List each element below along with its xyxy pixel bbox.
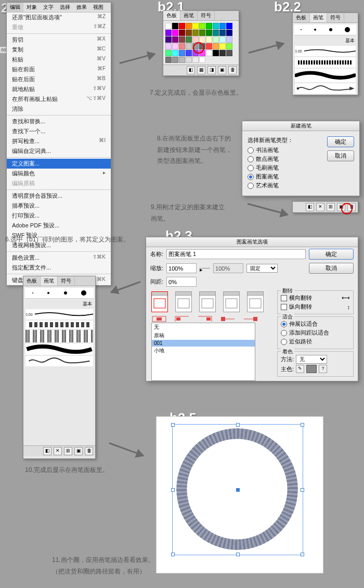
swatch-color[interactable] — [199, 36, 205, 43]
b24-sample-3[interactable] — [25, 330, 93, 342]
pbo-method-select[interactable]: 无 — [296, 355, 327, 364]
swatch-btn-2[interactable]: ▦ — [197, 66, 205, 74]
swatch-color[interactable] — [192, 43, 199, 49]
eyedropper-icon[interactable]: ✎ — [296, 365, 304, 373]
mi-paste-back[interactable]: 贴在后面⌘B — [7, 74, 111, 84]
swatch-color[interactable] — [165, 36, 172, 43]
swatch-color[interactable] — [179, 36, 185, 43]
mi-findnext[interactable]: 查找下一个... — [7, 126, 111, 136]
tab-swatch2[interactable]: 色板 — [293, 13, 310, 22]
swatch-color[interactable] — [192, 23, 199, 29]
list-item-small[interactable]: 小地 — [152, 347, 255, 355]
swatch-color[interactable] — [186, 43, 192, 49]
swatch-color[interactable] — [186, 30, 192, 36]
pbo-ok[interactable]: 确定 — [309, 249, 354, 260]
mi-copy[interactable]: 复制⌘C — [7, 45, 111, 55]
radio-pattern[interactable]: 图案画笔 — [248, 173, 317, 181]
mi-dict[interactable]: 编辑自定词典... — [7, 146, 111, 156]
b24-sample-5[interactable] — [25, 356, 93, 366]
new-brush-ok[interactable]: 确定 — [327, 136, 354, 147]
mi-trace[interactable]: 描摹预设... — [7, 201, 111, 211]
color-tip-icon[interactable]: ? — [319, 365, 327, 373]
swatch-color[interactable] — [165, 43, 172, 49]
swatch-color[interactable] — [219, 36, 226, 43]
mi-spell[interactable]: 拼写检查...⌘I — [7, 136, 111, 146]
tile-end[interactable] — [247, 291, 264, 312]
swatch-color[interactable] — [199, 50, 205, 56]
swatch-color[interactable] — [186, 57, 192, 63]
tab-swatch3[interactable]: 色板 — [23, 276, 41, 286]
artboard-canvas[interactable] — [156, 416, 323, 573]
new-brush-cancel[interactable]: 取消 — [327, 150, 354, 161]
pbo-name-input[interactable] — [166, 249, 306, 259]
swatch-color[interactable] — [199, 43, 205, 49]
check-flip-v[interactable] — [281, 304, 287, 310]
mi-cut[interactable]: 剪切⌘X — [7, 35, 111, 45]
swatch-color[interactable] — [192, 50, 199, 56]
tile-side[interactable] — [151, 291, 168, 312]
swatch-btn-new[interactable]: ▣ — [218, 66, 226, 74]
swatch-color[interactable] — [179, 50, 185, 56]
mi-paste-front[interactable]: 贴在前面⌘F — [7, 65, 111, 74]
pbo-scale-mode[interactable]: 固定 — [246, 264, 278, 273]
pattern-brush-circle[interactable] — [176, 428, 298, 550]
main-color-swatch[interactable] — [306, 365, 317, 373]
swatch-color[interactable] — [165, 50, 172, 56]
swatch-color[interactable] — [219, 30, 226, 36]
swatch-color[interactable] — [186, 36, 192, 43]
swatch-color[interactable] — [206, 36, 212, 43]
b24-sample-1[interactable]: 3.00 — [25, 309, 93, 319]
swatch-color[interactable] — [172, 23, 178, 29]
mi-edit-colors[interactable]: 编辑颜色▸ — [7, 169, 111, 178]
swatch-color[interactable] — [226, 23, 232, 29]
tile-outer-corner[interactable] — [175, 291, 192, 312]
radio-fit2[interactable] — [281, 330, 287, 336]
radio-scatter[interactable]: 散点画笔 — [248, 155, 317, 163]
b24-btn-opts[interactable]: ⊞ — [64, 447, 72, 455]
swatch-color[interactable] — [213, 36, 219, 43]
swatch-color[interactable] — [219, 23, 226, 29]
mi-clear[interactable]: 清除 — [7, 104, 111, 114]
radio-fit1[interactable] — [281, 321, 287, 327]
swatch-color[interactable] — [172, 36, 178, 43]
pbo-scale-input[interactable] — [166, 263, 197, 273]
list-item-none[interactable]: 无 — [152, 323, 255, 331]
menu-effect[interactable]: 效果 — [73, 3, 90, 12]
brush-sample-line[interactable]: 3.00 — [295, 46, 356, 56]
menu-edit[interactable]: 编辑 — [7, 3, 23, 12]
radio-bristle[interactable]: 毛刷画笔 — [248, 164, 317, 172]
swatch-color[interactable] — [165, 23, 172, 29]
swatch-color[interactable] — [199, 23, 205, 29]
b24-btn-new[interactable]: ▣ — [74, 447, 83, 455]
mi-undo[interactable]: 还原"图层面板选项"⌘Z — [7, 12, 111, 22]
swatch-color[interactable] — [213, 50, 219, 56]
brush-sample-charcoal[interactable] — [295, 69, 356, 82]
swatch-btn-1[interactable]: ◧ — [187, 66, 195, 74]
brush-btn-lib[interactable]: ◧ — [306, 203, 314, 211]
swatch-color[interactable] — [206, 43, 212, 49]
tile-inner-corner[interactable] — [199, 291, 216, 312]
mi-find[interactable]: 查找和替换... — [7, 117, 111, 126]
menu-view[interactable]: 视图 — [90, 3, 107, 12]
swatch-color[interactable] — [226, 30, 232, 36]
tab-symbol2[interactable]: 符号 — [327, 13, 344, 22]
tab-brush2[interactable]: 画笔 — [310, 13, 327, 22]
swatch-color[interactable] — [199, 57, 205, 63]
swatch-color[interactable] — [165, 57, 172, 63]
swatch-grid[interactable] — [163, 21, 239, 65]
b24-sample-4[interactable] — [25, 343, 93, 355]
pbo-pattern-list[interactable]: 无 原稿 001 小地 — [151, 323, 255, 381]
swatch-color[interactable] — [172, 57, 178, 63]
brush-sample-deco[interactable] — [295, 83, 356, 94]
brush-btn-opts[interactable]: ⊞ — [327, 203, 335, 211]
swatch-color[interactable] — [186, 23, 192, 29]
swatch-color[interactable] — [179, 57, 185, 63]
radio-art[interactable]: 艺术画笔 — [248, 182, 317, 189]
brush-btn-x[interactable]: ✕ — [316, 203, 324, 211]
mi-assign[interactable]: 指定配置文件... — [7, 263, 111, 273]
swatch-color[interactable] — [172, 50, 178, 56]
list-item-orig[interactable]: 原稿 — [152, 331, 255, 340]
mi-paste-inplace[interactable]: 就地粘贴⇧⌘V — [7, 84, 111, 94]
swatch-btn-trash[interactable]: 🗑 — [228, 66, 237, 74]
swatch-color[interactable] — [213, 43, 219, 49]
